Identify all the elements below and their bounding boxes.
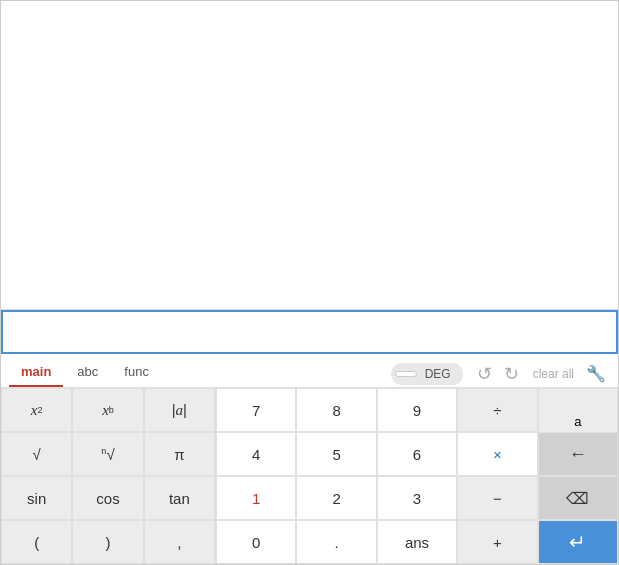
key-left-arrow[interactable]: ←	[538, 432, 618, 476]
key-sin[interactable]: sin	[1, 476, 72, 520]
clear-all-button[interactable]: clear all	[525, 365, 582, 383]
key-multiply[interactable]: ×	[457, 432, 537, 476]
deg-toggle[interactable]: DEG	[391, 363, 463, 385]
key-4[interactable]: 4	[216, 432, 296, 476]
key-2[interactable]: 2	[296, 476, 376, 520]
key-cos[interactable]: cos	[72, 476, 143, 520]
right-keypad: 7 8 9 ÷ a b 4 5 6 × 1 2 3 − ⌫ 0 .	[216, 388, 618, 564]
redo-button[interactable]: ↻	[498, 361, 525, 387]
key-abs[interactable]: |a|	[144, 388, 215, 432]
key-backspace[interactable]: ⌫	[538, 476, 618, 520]
key-9[interactable]: 9	[377, 388, 457, 432]
left-keypad: x2 xb |a| √ n√ π sin cos tan (	[1, 388, 216, 564]
key-x-squared[interactable]: x2	[1, 388, 72, 432]
key-7[interactable]: 7	[216, 388, 296, 432]
key-pi[interactable]: π	[144, 432, 215, 476]
keypad: x2 xb |a| √ n√ π sin cos tan (	[1, 388, 618, 564]
key-6[interactable]: 6	[377, 432, 457, 476]
key-close-paren[interactable]: )	[72, 520, 143, 564]
key-comma[interactable]: ,	[144, 520, 215, 564]
key-divide[interactable]: ÷	[457, 388, 537, 432]
math-input[interactable]	[11, 323, 608, 341]
deg-toggle-inner	[395, 371, 417, 377]
deg-label: DEG	[417, 365, 459, 383]
key-open-paren[interactable]: (	[1, 520, 72, 564]
tab-main[interactable]: main	[9, 360, 63, 387]
key-minus[interactable]: −	[457, 476, 537, 520]
key-ans[interactable]: ans	[377, 520, 457, 564]
key-enter[interactable]: ↵	[538, 520, 618, 564]
tab-func[interactable]: func	[112, 360, 161, 387]
key-8[interactable]: 8	[296, 388, 376, 432]
key-nth-root[interactable]: n√	[72, 432, 143, 476]
key-0[interactable]: 0	[216, 520, 296, 564]
key-1[interactable]: 1	[216, 476, 296, 520]
settings-icon[interactable]: 🔧	[582, 362, 610, 385]
key-x-power[interactable]: xb	[72, 388, 143, 432]
tabs-toolbar-row: main abc func DEG ↺ ↻ clear all 🔧	[1, 354, 618, 388]
display-area	[1, 1, 618, 310]
key-3[interactable]: 3	[377, 476, 457, 520]
undo-button[interactable]: ↺	[471, 361, 498, 387]
key-tan[interactable]: tan	[144, 476, 215, 520]
input-area[interactable]	[1, 310, 618, 354]
tab-abc[interactable]: abc	[65, 360, 110, 387]
key-5[interactable]: 5	[296, 432, 376, 476]
key-plus[interactable]: +	[457, 520, 537, 564]
key-dot[interactable]: .	[296, 520, 376, 564]
key-sqrt[interactable]: √	[1, 432, 72, 476]
